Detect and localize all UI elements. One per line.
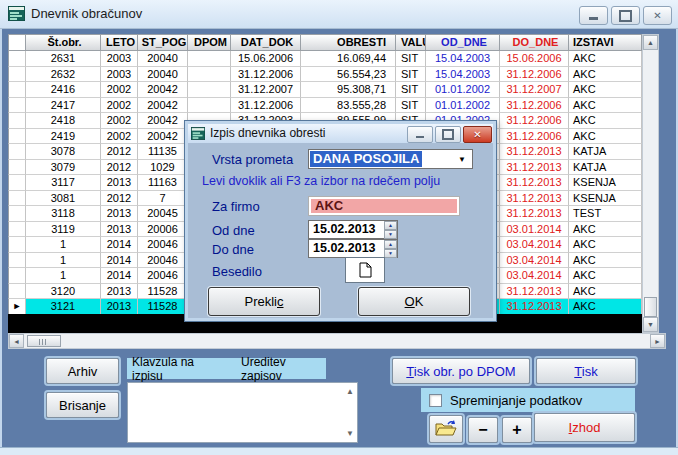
open-folder-button[interactable] <box>429 415 463 443</box>
spin-up-icon[interactable]: ▲ <box>384 240 397 249</box>
column-header[interactable]: VALUTA <box>396 34 426 51</box>
do-dne-field[interactable]: 15.02.2013 ▲▼ <box>308 239 398 258</box>
minus-button[interactable]: − <box>468 417 498 443</box>
arhiv-label: Arhiv <box>68 364 98 379</box>
column-header[interactable]: OD_DNE <box>426 34 500 51</box>
column-header[interactable] <box>8 34 26 51</box>
folder-open-icon <box>435 420 457 438</box>
column-header[interactable]: DPOM <box>188 34 231 51</box>
besedilo-button[interactable] <box>345 257 385 283</box>
close-icon: ✕ <box>653 11 661 21</box>
plus-button[interactable]: + <box>502 417 532 443</box>
change-data-checkbox[interactable] <box>429 394 442 407</box>
dialog-close-button[interactable]: ✕ <box>463 126 492 143</box>
notes-banner: Klavzula na izpisu Ureditev zapisov <box>127 358 326 379</box>
dialog-title: Izpis dnevnika obresti <box>210 126 325 140</box>
notes-scroll-up-icon[interactable]: ▲ <box>346 387 354 396</box>
column-header[interactable]: ST_POG <box>138 34 188 51</box>
tisk-button[interactable]: Tisk <box>536 358 636 384</box>
table-header: Št.obr.LETOST_POGDPOMDAT_DOKOBRESTIVALUT… <box>8 34 642 51</box>
scroll-down-button[interactable]: ▼ <box>643 317 658 332</box>
tisk-dpom-button[interactable]: Tisk obr. po DPOM <box>392 358 530 384</box>
izhod-label: Izhod <box>569 420 601 435</box>
notes-scroll-down-icon[interactable]: ▼ <box>346 429 354 438</box>
dialog-minimize-button[interactable] <box>407 126 433 143</box>
column-header[interactable]: Št.obr. <box>26 34 101 51</box>
column-header[interactable]: LETO <box>101 34 138 51</box>
dialog-icon <box>191 127 205 140</box>
scroll-up-button[interactable]: ▲ <box>643 35 658 50</box>
brisanje-button[interactable]: Brisanje <box>46 392 119 418</box>
dialog-titlebar: Izpis dnevnika obresti ✕ <box>188 124 493 143</box>
change-data-label: Spreminjanje podatkov <box>450 393 582 408</box>
ok-label: OK <box>405 294 424 309</box>
document-icon <box>359 262 372 278</box>
do-dne-value: 15.02.2013 <box>313 241 376 255</box>
app-icon <box>8 6 25 21</box>
scroll-right-button[interactable]: ► <box>650 334 665 348</box>
horizontal-scroll-thumb[interactable] <box>27 335 61 347</box>
brisanje-label: Brisanje <box>59 398 106 413</box>
change-data-strip: Spreminjanje podatkov <box>421 388 635 412</box>
column-header[interactable]: OBRESTI <box>301 34 396 51</box>
column-header[interactable]: DO_DNE <box>500 34 569 51</box>
tisk-label: Tisk <box>574 364 597 379</box>
vrsta-prometa-label: Vrsta prometa <box>212 152 293 167</box>
vertical-scroll-thumb[interactable] <box>644 297 657 317</box>
dialog-maximize-button[interactable] <box>435 126 461 143</box>
vertical-scrollbar[interactable]: ▲ ▼ <box>642 34 659 333</box>
do-dne-label: Do dne <box>212 242 254 257</box>
window-title: Dnevnik obračunov <box>31 6 142 21</box>
arhiv-button[interactable]: Arhiv <box>46 358 119 384</box>
dialog-hint: Levi dvoklik ali F3 za izbor na rdečem p… <box>202 174 440 188</box>
dialog-maximize-icon <box>442 129 454 140</box>
scroll-left-button[interactable]: ◄ <box>9 334 24 348</box>
spin-up-icon[interactable]: ▲ <box>384 221 397 230</box>
table-row[interactable]: 263220032004031.12.200656.554,23SIT15.04… <box>8 67 642 83</box>
column-header[interactable]: DAT_DOK <box>231 34 301 51</box>
selected-row-marker: ► <box>8 299 26 315</box>
izpis-dialog: Izpis dnevnika obresti ✕ Vrsta prometa D… <box>184 120 497 322</box>
table-row[interactable]: 241620022004231.12.200795.308,71SIT01.01… <box>8 82 642 98</box>
klavzula-tab[interactable]: Klavzula na izpisu <box>132 355 224 383</box>
dialog-close-icon: ✕ <box>473 130 481 140</box>
close-button[interactable]: ✕ <box>643 6 672 25</box>
za-firmo-value: AKC <box>315 198 343 213</box>
za-firmo-label: Za firmo <box>212 199 260 214</box>
dialog-minimize-icon <box>416 136 424 138</box>
maximize-button[interactable] <box>611 6 640 25</box>
od-dne-spinner[interactable]: ▲▼ <box>384 221 397 238</box>
besedilo-label: Besedilo <box>212 264 262 279</box>
izhod-button[interactable]: Izhod <box>534 413 635 442</box>
od-dne-field[interactable]: 15.02.2013 ▲▼ <box>308 220 398 239</box>
bottom-border-strip <box>0 447 678 455</box>
spin-down-icon[interactable]: ▼ <box>384 230 397 239</box>
ureditev-tab[interactable]: Ureditev zapisov <box>241 355 326 383</box>
vrsta-prometa-combobox[interactable]: DANA POSOJILA ▼ <box>308 149 473 169</box>
notes-textarea[interactable]: ▲ ▼ <box>127 382 358 443</box>
do-dne-spinner[interactable]: ▲▼ <box>384 240 397 257</box>
od-dne-label: Od dne <box>212 223 255 238</box>
minus-icon: − <box>478 421 487 439</box>
horizontal-scrollbar[interactable]: ◄ ► <box>8 333 666 349</box>
table-row[interactable]: 241720022004231.12.200683.555,28SIT01.01… <box>8 98 642 114</box>
od-dne-value: 15.02.2013 <box>313 222 376 236</box>
plus-icon: + <box>512 421 521 439</box>
app-window: Dnevnik obračunov ✕ Št.obr.LETOST_POGDPO… <box>0 0 678 455</box>
tisk-dpom-label: Tisk obr. po DPOM <box>406 364 515 379</box>
table-row[interactable]: 263120032004015.06.200616.069,44SIT15.04… <box>8 51 642 67</box>
spin-down-icon[interactable]: ▼ <box>384 249 397 258</box>
cancel-label: Preklic <box>244 294 283 309</box>
maximize-icon <box>619 10 632 22</box>
vrsta-prometa-value: DANA POSOJILA <box>310 151 422 167</box>
minimize-button[interactable] <box>579 6 608 25</box>
ok-button[interactable]: OK <box>358 287 470 316</box>
column-header[interactable]: IZSTAVI <box>569 34 642 51</box>
minimize-icon <box>589 17 598 20</box>
chevron-down-icon[interactable]: ▼ <box>458 155 466 164</box>
cancel-button[interactable]: Preklic <box>208 287 320 316</box>
dialog-body: Vrsta prometa DANA POSOJILA ▼ Levi dvokl… <box>188 143 493 318</box>
titlebar: Dnevnik obračunov ✕ <box>0 0 678 29</box>
za-firmo-field[interactable]: AKC <box>308 196 460 216</box>
